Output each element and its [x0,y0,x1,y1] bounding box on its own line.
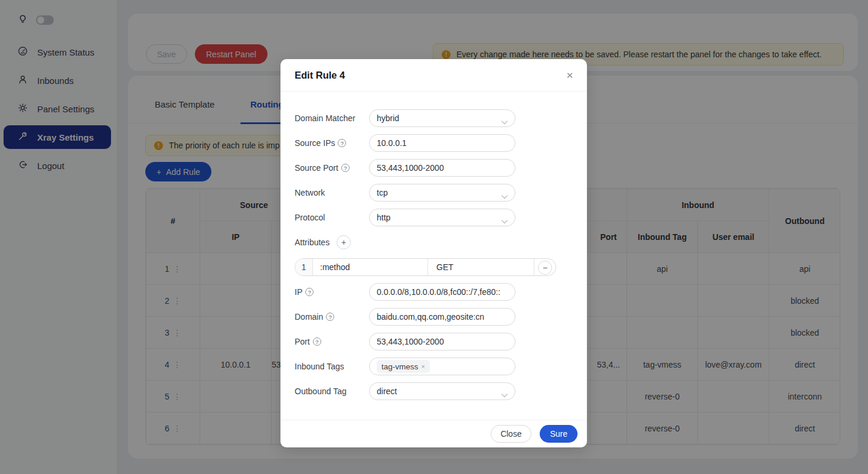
outbound-tag-value: direct [377,387,397,396]
attribute-index: 1 [295,259,313,275]
chevron-down-icon [501,117,508,126]
add-attribute-button[interactable]: + [337,235,351,249]
tag-chip-label: tag-vmess [381,362,418,371]
source-ips-input[interactable] [377,138,508,148]
domain-matcher-value: hybrid [377,113,399,123]
chevron-down-icon [501,390,508,400]
protocol-label: Protocol [295,213,369,222]
protocol-select[interactable]: http [369,209,515,226]
attributes-label: Attributes [295,238,329,247]
modal-title: Edit Rule 4 [295,70,345,81]
modal-body: Domain Matcher hybrid Source IPs? Source… [280,92,587,420]
modal-footer: Close Sure [280,420,587,447]
field-source-ips: Source IPs? [295,134,573,152]
attribute-key-input[interactable] [320,262,420,272]
field-protocol: Protocol http [295,209,573,226]
port-label: Port [295,337,310,346]
help-icon[interactable]: ? [313,337,321,346]
field-attribute-row: 1 − [295,258,573,276]
field-outbound-tag: Outbound Tag direct [295,382,573,400]
outbound-tag-label: Outbound Tag [295,387,369,396]
network-select[interactable]: tcp [369,184,515,202]
network-value: tcp [377,188,388,197]
tag-remove-icon[interactable]: × [421,363,425,370]
domain-label: Domain [295,312,323,322]
help-icon[interactable]: ? [338,139,346,147]
ip-input[interactable] [377,287,508,297]
port-input[interactable] [377,337,508,346]
protocol-value: http [377,213,390,222]
remove-attribute-button[interactable]: − [538,261,552,275]
close-icon[interactable]: ✕ [563,69,576,82]
sure-button[interactable]: Sure [540,425,577,443]
field-ip: IP? [295,283,573,301]
source-ips-label: Source IPs [295,138,335,148]
domain-matcher-label: Domain Matcher [295,113,369,123]
attribute-row: 1 − [295,258,556,276]
field-inbound-tags: Inbound Tags tag-vmess × [295,358,573,375]
help-icon[interactable]: ? [341,164,350,172]
inbound-tags-label: Inbound Tags [295,362,369,371]
field-network: Network tcp [295,184,573,202]
modal-header: Edit Rule 4 ✕ [280,59,587,92]
help-icon[interactable]: ? [326,313,334,321]
ip-label: IP [295,287,302,297]
source-port-input[interactable] [377,163,508,173]
network-label: Network [295,188,369,197]
domain-matcher-select[interactable]: hybrid [369,109,515,127]
field-port: Port? [295,333,573,350]
field-source-port: Source Port? [295,159,573,177]
outbound-tag-select[interactable]: direct [369,382,515,400]
inbound-tags-input[interactable]: tag-vmess × [369,358,515,375]
field-attributes-label: Attributes + [295,233,573,251]
field-domain-matcher: Domain Matcher hybrid [295,109,573,127]
help-icon[interactable]: ? [305,288,314,296]
field-domain: Domain? [295,308,573,326]
domain-input[interactable] [377,312,508,322]
source-port-label: Source Port [295,163,338,173]
tag-chip: tag-vmess × [377,360,430,373]
close-button[interactable]: Close [491,425,532,443]
attribute-value-input[interactable] [436,262,526,272]
edit-rule-modal: Edit Rule 4 ✕ Domain Matcher hybrid Sour… [280,59,587,447]
chevron-down-icon [501,216,508,226]
chevron-down-icon [501,191,508,201]
